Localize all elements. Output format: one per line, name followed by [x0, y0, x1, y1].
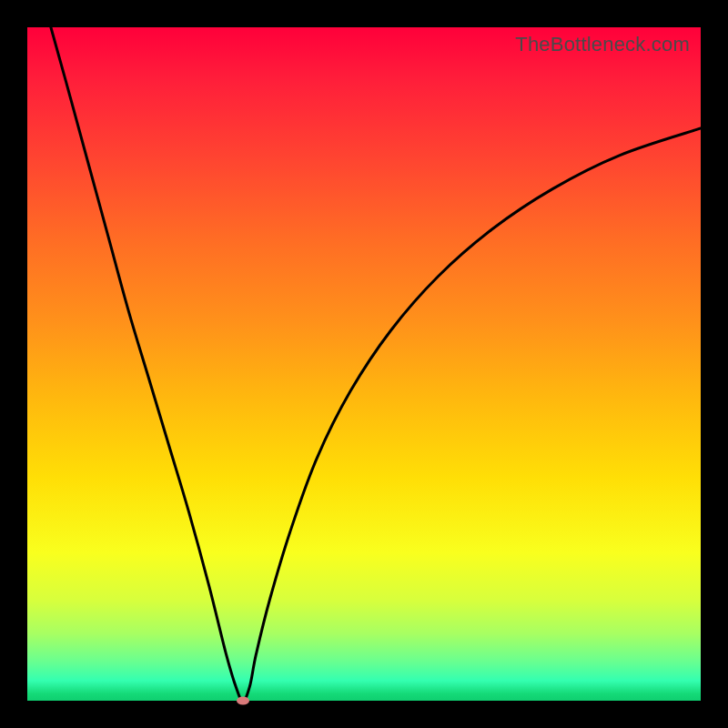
optimum-marker [237, 697, 249, 705]
chart-frame: TheBottleneck.com [0, 0, 728, 728]
bottleneck-curve [27, 27, 701, 701]
curve-path [51, 27, 701, 701]
plot-area: TheBottleneck.com [27, 27, 701, 701]
